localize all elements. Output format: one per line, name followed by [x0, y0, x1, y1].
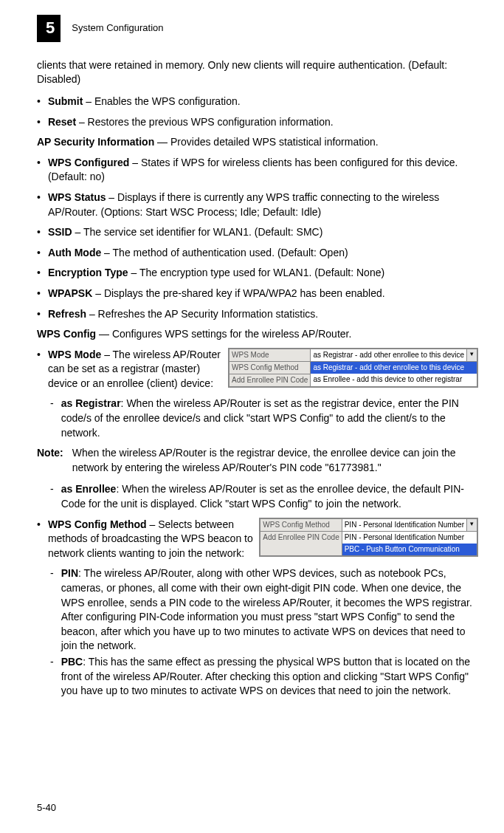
bullet-label: Submit [48, 95, 83, 107]
bullet-text: – The service set identifier for WLAN1. … [72, 226, 323, 238]
section-text: — Provides detailed WPS statistical info… [154, 136, 378, 148]
bullet-reset: • Reset – Restores the previous WPS conf… [37, 115, 478, 130]
img-dd-selected: PIN - Personal Identification Number [342, 519, 466, 531]
img-label-wps-config-method: WPS Config Method [260, 518, 342, 531]
img-label-add-enrollee-pin: Add Enrollee PIN Code [260, 531, 342, 555]
section-label: AP Security Information [37, 136, 154, 148]
wps-config-method-screenshot: WPS Config Method PIN - Personal Identif… [259, 518, 478, 557]
sub-bullet-as-enrollee: - as Enrollee: When the wireless AP/Rout… [50, 482, 478, 511]
img-label-add-enrollee-pin: Add Enrollee PIN Code [229, 374, 311, 386]
img-dd-selected: as Registrar - add other enrollee to thi… [311, 349, 466, 361]
bullet-dot-icon: • [37, 115, 41, 130]
chapter-title: System Configuration [72, 21, 163, 35]
sub-bullet-text: : This has the same effect as pressing t… [61, 656, 470, 696]
ap-security-heading: AP Security Information — Provides detai… [37, 135, 478, 150]
bullet-dash-icon: - [50, 566, 54, 581]
bullet-label: WPAPSK [48, 287, 92, 299]
bullet-text: – The encryption type used for WLAN1. (D… [128, 267, 385, 278]
bullet-dot-icon: • [37, 191, 41, 205]
note-text: When the wireless AP/Router is the regis… [72, 446, 478, 475]
section-text: — Configures WPS settings for the wirele… [96, 328, 351, 340]
sub-bullet-label: PBC [61, 656, 83, 668]
page-number: 5-40 [37, 801, 56, 815]
note-block: Note: When the wireless AP/Router is the… [37, 446, 478, 475]
bullet-label: WPS Configured [48, 157, 129, 168]
bullet-wps-mode: • WPS Mode – The wireless AP/Router can … [37, 348, 224, 391]
bullet-dot-icon: • [37, 95, 41, 109]
img-dd-option-enrollee: as Enrollee - add this device to other r… [311, 374, 477, 385]
bullet-text: – Displays the pre-shared key if WPA/WPA… [92, 287, 384, 299]
bullet-dot-icon: • [37, 266, 41, 281]
bullet-text: – Displays if there is currently any WPS… [48, 191, 439, 218]
bullet-label: SSID [48, 226, 72, 238]
wps-config-heading: WPS Config — Configures WPS settings for… [37, 327, 478, 342]
bullet-text: – The method of authentication used. (De… [101, 247, 348, 258]
sub-bullet-label: PIN [61, 567, 78, 579]
img-label-wps-config-method: WPS Config Method [229, 361, 311, 374]
sub-bullet-text: : The wireless AP/Router, along with oth… [61, 567, 472, 651]
page-header: 5 System Configuration [37, 15, 478, 42]
bullet-ssid: •SSID – The service set identifier for W… [37, 225, 478, 240]
bullet-wps-status: •WPS Status – Displays if there is curre… [37, 191, 478, 219]
bullet-refresh: •Refresh – Refreshes the AP Security Inf… [37, 307, 478, 322]
bullet-dot-icon: • [37, 518, 41, 532]
bullet-submit: • Submit – Enables the WPS configuration… [37, 95, 478, 109]
chevron-down-icon: ▾ [466, 519, 477, 531]
bullet-dot-icon: • [37, 348, 41, 363]
chapter-number-badge: 5 [37, 15, 61, 42]
bullet-dash-icon: - [50, 655, 54, 670]
sub-bullet-label: as Enrollee [61, 483, 117, 495]
note-label: Note: [37, 446, 63, 461]
img-dd-option-pbc: PBC - Push Button Communication [342, 544, 477, 555]
chevron-down-icon: ▾ [466, 349, 477, 361]
bullet-dot-icon: • [37, 156, 41, 171]
intro-paragraph: clients that were retained in memory. On… [37, 58, 478, 87]
sub-bullet-label: as Registrar [61, 397, 121, 409]
bullet-label: WPS Config Method [48, 518, 147, 530]
sub-bullet-as-registrar: - as Registrar: When the wireless AP/Rou… [50, 397, 478, 440]
bullet-text: – Refreshes the AP Security Information … [86, 308, 318, 320]
bullet-dot-icon: • [37, 287, 41, 301]
bullet-label: WPS Status [48, 191, 106, 203]
img-dd-option-registrar: as Registrar - add other enrollee to thi… [311, 362, 477, 374]
section-label: WPS Config [37, 328, 96, 340]
page-content: clients that were retained in memory. On… [37, 58, 478, 699]
bullet-dot-icon: • [37, 246, 41, 261]
bullet-wpapsk: •WPAPSK – Displays the pre-shared key if… [37, 287, 478, 301]
bullet-label: Encryption Type [48, 267, 128, 278]
img-dd-option-pin: PIN - Personal Identification Number [342, 532, 477, 544]
bullet-label: Refresh [48, 308, 86, 320]
bullet-label: Reset [48, 116, 76, 128]
wps-mode-screenshot: WPS Mode as Registrar - add other enroll… [228, 348, 478, 388]
bullet-encryption-type: •Encryption Type – The encryption type u… [37, 266, 478, 281]
sub-bullet-pbc: - PBC: This has the same effect as press… [50, 655, 478, 699]
bullet-dot-icon: • [37, 307, 41, 322]
bullet-text: – Restores the previous WPS configuratio… [76, 116, 334, 128]
bullet-wps-configured: •WPS Configured – States if WPS for wire… [37, 156, 478, 185]
bullet-dash-icon: - [50, 482, 54, 497]
bullet-label: WPS Mode [48, 349, 101, 360]
bullet-label: Auth Mode [48, 247, 101, 258]
bullet-dash-icon: - [50, 397, 54, 411]
img-label-wps-mode: WPS Mode [229, 349, 311, 361]
bullet-wps-config-method: • WPS Config Method – Selects between me… [37, 518, 255, 561]
sub-bullet-text: : When the wireless AP/Router is set as … [61, 397, 459, 438]
bullet-dot-icon: • [37, 225, 41, 240]
bullet-auth-mode: •Auth Mode – The method of authenticatio… [37, 246, 478, 261]
sub-bullet-text: : When the wireless AP/Router is set as … [61, 483, 464, 510]
sub-bullet-pin: - PIN: The wireless AP/Router, along wit… [50, 566, 478, 654]
bullet-text: – Enables the WPS configuration. [83, 95, 240, 107]
